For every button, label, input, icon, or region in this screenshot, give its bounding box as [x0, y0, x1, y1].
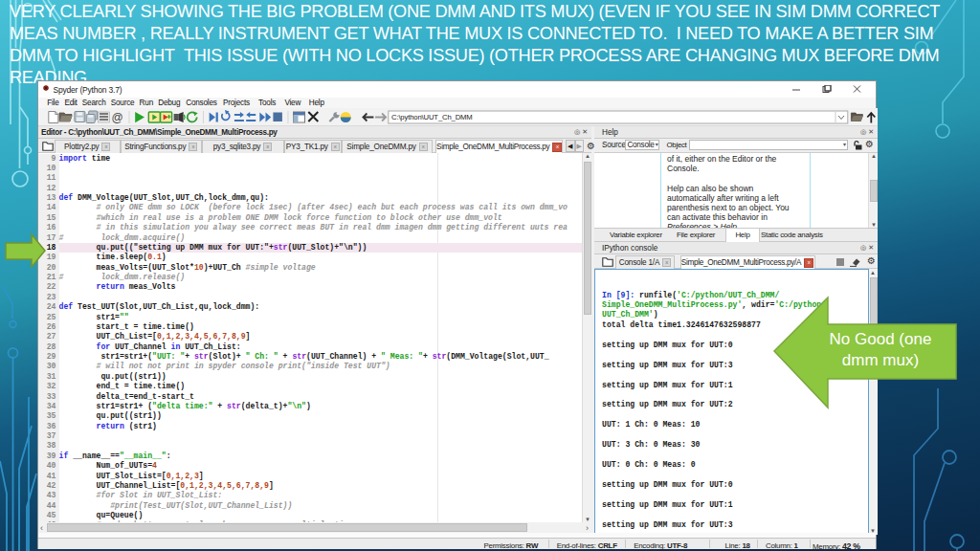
svg-text:No Good (one: No Good (one	[830, 330, 932, 348]
svg-text:dmm mux): dmm mux)	[842, 351, 919, 369]
